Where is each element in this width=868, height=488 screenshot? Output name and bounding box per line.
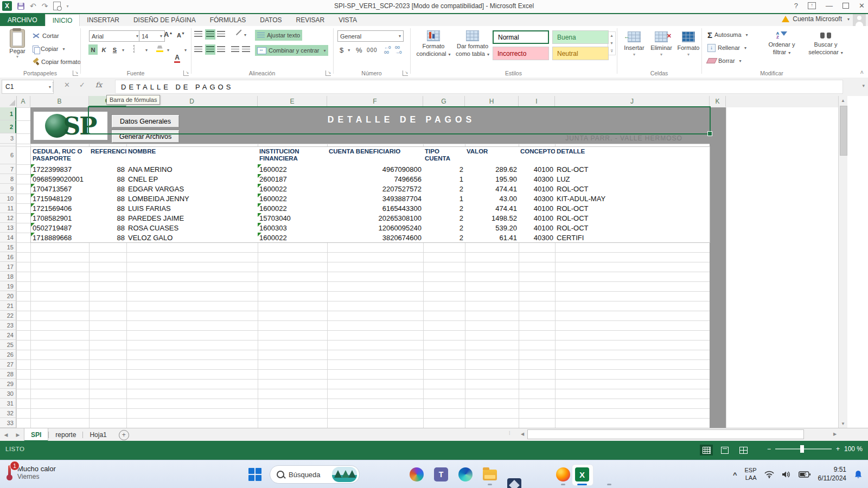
cell[interactable]: 2 [423,233,465,243]
sheet-tab-spi[interactable]: SPI [24,428,48,441]
battery-icon[interactable] [799,471,810,478]
increase-decimal-button[interactable]: ←000 [384,46,391,55]
file-explorer-icon[interactable] [483,470,497,480]
cell[interactable]: 88 [89,223,127,233]
print-preview-icon[interactable] [53,2,61,10]
cell[interactable]: 88 [89,194,127,204]
format-cells-button[interactable]: Formato ▾ [676,31,701,57]
cell[interactable]: LUZ [555,174,710,184]
search-box[interactable]: Búsqueda [270,465,360,484]
undo-icon[interactable]: ↶ [30,2,36,10]
cell[interactable]: LOMBEIDA JENNY [126,194,258,204]
cell[interactable]: 2 [423,213,465,223]
collapse-ribbon-icon[interactable]: ˄ [860,69,864,75]
cell[interactable]: 88 [89,213,127,223]
close-button[interactable]: ✕ [859,2,865,10]
cell[interactable]: 1704713567 [30,184,90,194]
row-header-8[interactable]: 8 [0,174,16,184]
formula-input[interactable]: DETALLE DE PAGOS [115,80,843,94]
cell[interactable]: 539.20 [465,223,519,233]
column-header-B[interactable]: B [30,96,89,107]
italic-button[interactable]: K [99,44,108,55]
table-header-cell[interactable]: CUENTA BENEFICIARIO [327,146,424,165]
table-header-cell[interactable]: INSTITUCION FINANCIERA [258,146,328,165]
cell[interactable]: 2600187 [258,174,328,184]
align-bottom-button[interactable] [217,31,225,38]
sheet-nav-right-icon[interactable]: ▶ [12,428,24,441]
cell[interactable]: 2207527572 [327,184,424,194]
tray-chevron-icon[interactable]: ^ [733,471,737,479]
cell[interactable]: 1 [423,174,465,184]
row-header-6[interactable]: 6 [0,146,16,164]
row-header-27[interactable]: 27 [0,359,16,369]
cell[interactable]: 1722399837 [30,164,90,175]
format-as-table-button[interactable]: Dar formato como tabla▾ [455,30,490,58]
clock[interactable]: 9:516/11/2024 [818,466,847,483]
cell[interactable]: 88 [89,174,127,184]
cell[interactable]: 474.41 [465,203,519,214]
shrink-font-button[interactable]: A▼ [177,31,185,38]
row-header-15[interactable]: 15 [0,242,16,252]
borders-dropdown-icon[interactable]: ▾ [145,48,148,53]
cancel-icon[interactable]: ✕ [64,81,70,89]
cell[interactable]: 15703040 [258,213,328,223]
cell[interactable]: 40100 [519,203,556,214]
borders-button[interactable] [133,46,135,52]
cell[interactable]: 1600022 [258,203,328,214]
number-dialog-launcher[interactable]: ↘ [403,70,408,76]
format-painter-button[interactable]: Copiar formato [30,56,83,67]
sort-filter-button[interactable]: AZ Ordenar y filtrar▾ [762,31,802,56]
cell[interactable]: 2 [423,203,465,214]
enter-icon[interactable]: ✓ [79,81,85,89]
cell[interactable]: 20265308100 [327,213,424,223]
delete-cells-button[interactable]: ✕ Eliminar ▾ [649,31,674,57]
cell[interactable]: 7496656 [327,174,424,184]
autosum-button[interactable]: Σ Autosuma▾ [705,29,750,40]
cell[interactable]: 1600022 [258,194,328,204]
excel-taskbar-icon[interactable]: X [575,467,589,481]
ribbon-tab-dise-o-de-p-gina[interactable]: DISEÑO DE PÁGINA [126,14,203,26]
row-header-3[interactable]: 3 [0,133,16,144]
cell[interactable]: 1600022 [258,233,328,243]
virtualbox-icon[interactable] [507,478,521,488]
cell[interactable]: CNEL EP [126,174,258,184]
cell[interactable]: ROSA CUASES [126,223,258,233]
currency-button[interactable]: $▾ [337,44,352,55]
account-label[interactable]: Cuenta Microsoft [793,15,842,23]
normal-view-button[interactable] [700,445,713,455]
fill-color-button[interactable] [155,44,164,54]
font-color-dropdown-icon[interactable]: ▾ [184,48,187,53]
increase-indent-button[interactable] [242,46,250,53]
insert-function-icon[interactable]: fx [95,81,102,89]
cell[interactable]: KIT-ADUL-MAY [555,194,710,204]
scroll-right-icon[interactable]: ▶ [831,429,839,438]
cell[interactable]: 61.41 [465,233,519,243]
row-header-29[interactable]: 29 [0,379,16,389]
grow-font-button[interactable]: A▲ [164,30,173,38]
cell[interactable]: 1498.52 [465,213,519,223]
cell[interactable]: ROL-OCT [555,184,710,194]
row-header-1[interactable]: 1 [0,107,16,120]
align-middle-button[interactable] [205,29,215,40]
align-center-button[interactable] [205,44,215,55]
ribbon-tab-inicio[interactable]: INICIO [45,14,80,26]
decrease-decimal-button[interactable]: 00→0 [395,46,401,55]
vertical-scroll-thumb[interactable] [840,106,847,156]
alignment-dialog-launcher[interactable]: ↘ [326,70,331,76]
cell[interactable]: 2 [423,184,465,194]
cell[interactable]: 1715948129 [30,194,90,204]
table-header-cell[interactable]: NOMBRE [126,146,258,165]
row-header-9[interactable]: 9 [0,184,16,194]
row-header-22[interactable]: 22 [0,311,16,320]
style-chip-normal[interactable]: Normal [493,30,549,44]
cell[interactable]: 40300 [519,233,556,243]
zoom-slider[interactable] [775,448,832,450]
cell[interactable]: 3820674600 [327,233,424,243]
row-header-25[interactable]: 25 [0,340,16,350]
number-format-select[interactable]: General▾ [337,30,404,42]
style-gallery-scroll[interactable]: ▲▼⊽ [608,31,616,55]
style-chip-buena[interactable]: Buena [552,30,609,44]
row-header-11[interactable]: 11 [0,203,16,213]
avatar[interactable] [853,14,866,26]
selection-fill-handle[interactable] [707,131,712,136]
